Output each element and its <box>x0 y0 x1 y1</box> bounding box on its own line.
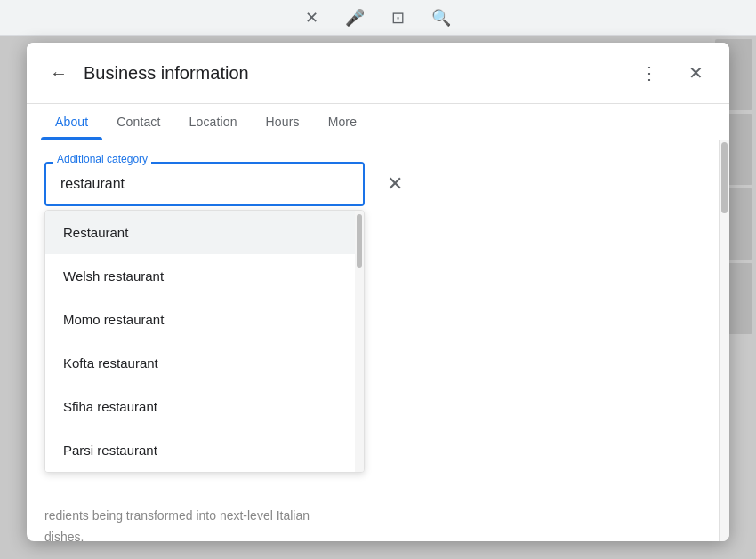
browser-chrome: ✕ 🎤 ⊡ 🔍 <box>0 0 756 36</box>
category-input[interactable] <box>44 162 365 206</box>
dropdown-scrollbar-thumb[interactable] <box>357 214 362 268</box>
search-chrome-icon[interactable]: 🔍 <box>431 8 451 28</box>
dropdown-list: Restaurant Welsh restaurant Momo restaur… <box>45 211 355 472</box>
dropdown-scrollbar[interactable] <box>355 211 364 472</box>
more-dots-icon: ⋮ <box>640 62 658 84</box>
dialog-header: ← Business information ⋮ ✕ <box>27 43 729 104</box>
category-input-wrapper: Additional category <box>44 162 365 206</box>
category-dropdown: Restaurant Welsh restaurant Momo restaur… <box>44 210 365 473</box>
list-item[interactable]: Sfiha restaurant <box>45 385 355 428</box>
header-actions: ⋮ ✕ <box>633 57 712 89</box>
close-x-icon: ✕ <box>688 62 704 84</box>
close-chrome-icon[interactable]: ✕ <box>305 8 318 28</box>
camera-icon[interactable]: ⊡ <box>391 8 405 28</box>
main-scrollbar[interactable] <box>719 140 729 541</box>
tab-bar: About Contact Location Hours More <box>27 104 729 140</box>
list-item[interactable]: Restaurant <box>45 211 355 254</box>
tab-location[interactable]: Location <box>175 104 252 140</box>
tab-contact[interactable]: Contact <box>102 104 174 140</box>
list-item[interactable]: Momo restaurant <box>45 298 355 341</box>
more-options-button[interactable]: ⋮ <box>633 57 665 89</box>
list-item[interactable]: Kofta restaurant <box>45 341 355 385</box>
scrollbar-thumb[interactable] <box>721 142 728 213</box>
clear-input-button[interactable]: ✕ <box>379 168 411 200</box>
content-area: Additional category ✕ Restaurant Welsh r… <box>27 140 719 541</box>
list-item[interactable]: Parsi restaurant <box>45 428 355 472</box>
tab-more[interactable]: More <box>314 104 371 140</box>
category-input-row: Additional category ✕ <box>44 162 701 206</box>
clear-x-icon: ✕ <box>387 172 403 196</box>
list-item[interactable]: Welsh restaurant <box>45 254 355 298</box>
mic-icon[interactable]: 🎤 <box>345 8 365 28</box>
tab-about[interactable]: About <box>41 104 102 140</box>
input-label: Additional category <box>53 153 151 165</box>
dropdown-inner: Restaurant Welsh restaurant Momo restaur… <box>45 211 364 472</box>
background-text-area: redients being transformed into next-lev… <box>44 491 701 541</box>
back-arrow-icon: ← <box>50 63 68 84</box>
dialog-title: Business information <box>84 63 633 84</box>
tab-hours[interactable]: Hours <box>252 104 314 140</box>
close-dialog-button[interactable]: ✕ <box>680 57 712 89</box>
back-button[interactable]: ← <box>44 59 73 87</box>
dialog-body: Additional category ✕ Restaurant Welsh r… <box>27 140 729 541</box>
business-info-dialog: ← Business information ⋮ ✕ About Contact… <box>27 43 729 541</box>
